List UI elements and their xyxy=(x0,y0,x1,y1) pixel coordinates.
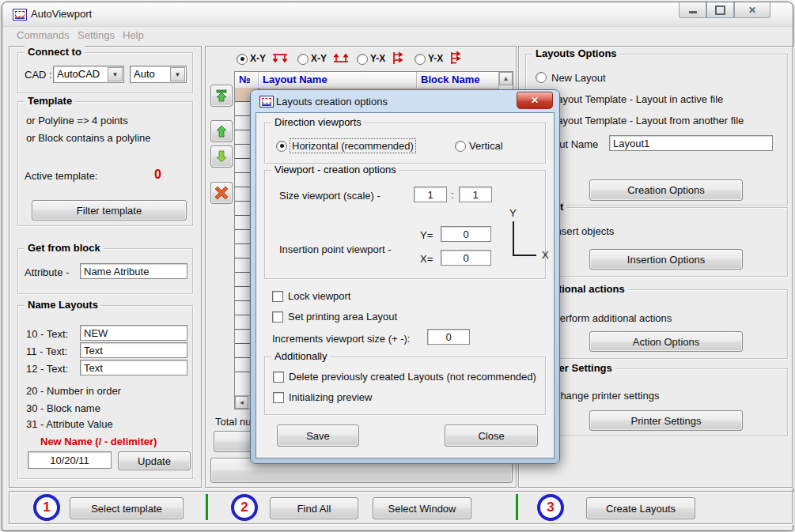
delete-layouts-label: Delete previously created Layouts (not r… xyxy=(289,371,536,383)
template-line2: or Block contains a polyline xyxy=(26,132,151,144)
axis-y-label: Y xyxy=(509,207,517,219)
horizontal-radio[interactable] xyxy=(276,141,287,152)
find-all-button[interactable]: Find All xyxy=(270,497,358,519)
delete-layouts-checkbox[interactable] xyxy=(273,372,284,383)
text11-input[interactable] xyxy=(80,342,187,358)
step3-badge: 3 xyxy=(537,494,564,521)
move-down-button[interactable] xyxy=(210,145,233,168)
radio-yx-2[interactable] xyxy=(415,54,426,65)
attribute-input[interactable] xyxy=(80,263,187,279)
title-bar[interactable]: AutoViewport ✕ xyxy=(2,2,793,27)
select-template-button[interactable]: Select template xyxy=(70,497,184,519)
printer-settings-group: Printer Settings Change printer settings… xyxy=(525,368,788,436)
move-up-button[interactable] xyxy=(210,120,233,142)
create-layouts-button[interactable]: Create Layouts xyxy=(586,497,695,519)
x-input[interactable] xyxy=(441,250,491,266)
select-window-button[interactable]: Select Window xyxy=(373,497,471,519)
axis-horizontal-line xyxy=(513,255,536,256)
vertical-label: Vertical xyxy=(469,140,503,152)
xy-down-arrows-icon xyxy=(271,51,290,65)
layouts-options-group: Layouts Options New Layout Layout Templa… xyxy=(525,54,788,206)
menu-bar: Commands Settings Help xyxy=(7,27,788,44)
scroll-up-button[interactable]: ▲ xyxy=(499,72,513,85)
layouts-creation-dialog: Layouts creation options ✕ Direction vie… xyxy=(250,89,560,464)
save-button[interactable]: Save xyxy=(277,424,359,447)
init-preview-checkbox[interactable] xyxy=(273,392,284,403)
insertion-point-label: Insertion point viewport - xyxy=(279,243,392,255)
menu-settings[interactable]: Settings xyxy=(78,29,115,41)
scale-colon: : xyxy=(451,189,454,201)
col-number[interactable]: № xyxy=(235,72,259,88)
init-preview-label: Initializing preview xyxy=(289,391,373,403)
increments-label: Increments viewport size (+ -): xyxy=(272,333,410,345)
new-layout-label: New Layout xyxy=(551,72,606,84)
new-name-input[interactable] xyxy=(28,451,112,469)
new-name-label: New Name (/ - delimiter) xyxy=(40,436,157,447)
radio-xy-2[interactable] xyxy=(297,54,309,65)
perform-actions-label: Perform additional actions xyxy=(553,312,672,324)
action-options-button[interactable]: Action Options xyxy=(589,331,743,352)
direction-viewports-title: Direction viewports xyxy=(271,116,365,128)
lock-viewport-label: Lock viewport xyxy=(288,290,350,302)
template-title: Template xyxy=(25,95,75,107)
left-panel: Connect to CAD : AutoCAD ▼ Auto ▼ Templa… xyxy=(9,46,202,488)
text12-input[interactable] xyxy=(80,360,187,375)
y-label: Y= xyxy=(420,229,433,241)
update-button[interactable]: Update xyxy=(118,451,191,470)
menu-commands[interactable]: Commands xyxy=(17,29,69,41)
bottom-bar: 1 Select template 2 Find All Select Wind… xyxy=(9,491,793,524)
step1-badge: 1 xyxy=(33,494,60,521)
print-area-checkbox[interactable] xyxy=(272,311,283,323)
col-layout-name[interactable]: Layout Name xyxy=(259,72,417,88)
maximize-button[interactable] xyxy=(706,2,734,18)
axis-x-label: X xyxy=(542,249,549,261)
layout-name-input[interactable] xyxy=(609,135,773,151)
move-to-top-icon xyxy=(214,89,229,103)
new-layout-radio[interactable] xyxy=(536,72,547,83)
scale-input-1[interactable] xyxy=(414,187,447,202)
mode-combobox[interactable]: Auto ▼ xyxy=(130,66,187,83)
attribute-label: Attribute - xyxy=(25,266,69,278)
dialog-close-action-button[interactable]: Close xyxy=(445,424,538,447)
close-icon: ✕ xyxy=(748,6,756,15)
viewport-options-title: Viewport - creation options xyxy=(271,164,399,175)
radio-xy-1-label: X-Y xyxy=(250,53,266,64)
cad-combobox[interactable]: AutoCAD ▼ xyxy=(53,66,124,83)
active-template-value: 0 xyxy=(154,168,161,182)
lock-viewport-checkbox[interactable] xyxy=(272,291,283,302)
axis-vertical-line xyxy=(513,221,514,256)
cad-label: CAD : xyxy=(25,69,52,81)
close-button[interactable]: ✕ xyxy=(734,2,770,18)
cad-combobox-value: AutoCAD xyxy=(57,68,100,80)
creation-options-button[interactable]: Creation Options xyxy=(589,179,743,201)
window-title: AutoViewport xyxy=(31,8,92,20)
table-header: № Layout Name Block Name xyxy=(235,72,499,89)
text10-label: 10 - Text: xyxy=(26,328,68,340)
chevron-down-icon[interactable]: ▼ xyxy=(170,67,185,81)
insertion-options-button[interactable]: Insertion Options xyxy=(589,249,743,270)
delete-x-icon xyxy=(214,186,229,200)
dialog-close-button[interactable]: ✕ xyxy=(517,92,553,109)
delete-row-button[interactable] xyxy=(210,182,233,204)
vertical-radio[interactable] xyxy=(455,141,466,152)
col-block-name[interactable]: Block Name xyxy=(417,72,499,88)
increments-input[interactable] xyxy=(427,329,470,345)
chevron-down-icon[interactable]: ▼ xyxy=(108,67,123,81)
app-window: AutoViewport ✕ Commands Settings Help Co… xyxy=(2,2,793,531)
menu-help[interactable]: Help xyxy=(123,29,144,41)
scroll-left-button[interactable]: ◄ xyxy=(235,396,248,409)
move-to-top-button[interactable] xyxy=(210,85,233,107)
step-divider xyxy=(206,494,208,520)
minimize-button[interactable] xyxy=(679,2,706,18)
text10-input[interactable] xyxy=(80,325,187,341)
radio-yx-1[interactable] xyxy=(357,54,368,65)
active-template-label: Active template: xyxy=(25,170,98,182)
layouts-options-title: Layouts Options xyxy=(532,47,620,59)
scale-input-2[interactable] xyxy=(459,187,492,202)
radio-xy-1[interactable] xyxy=(237,54,248,65)
printer-settings-button[interactable]: Printer Settings xyxy=(589,410,743,431)
filter-template-button[interactable]: Filter template xyxy=(32,200,187,221)
size-viewport-label: Size viewport (scale) - xyxy=(279,190,380,202)
name-layouts-title: Name Layouts xyxy=(25,299,101,311)
y-input[interactable] xyxy=(441,226,491,242)
